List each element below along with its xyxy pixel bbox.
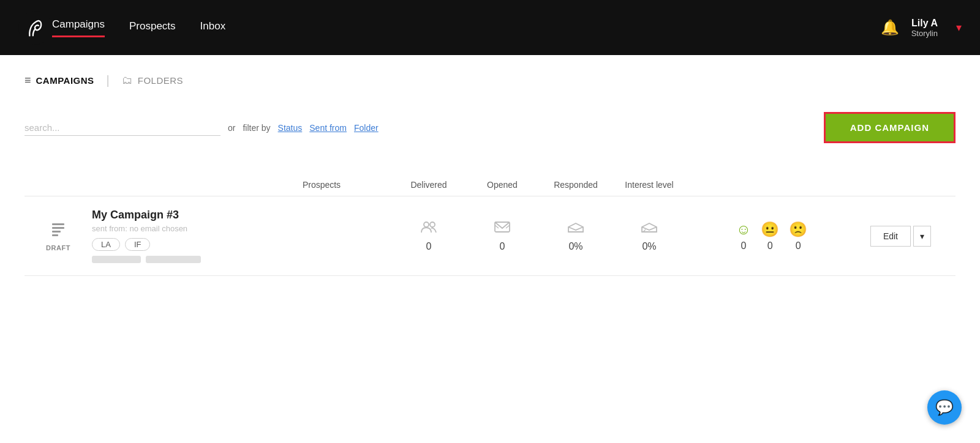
list-icon: ≡ xyxy=(24,74,31,87)
sad-icon: 🙁 xyxy=(789,221,807,238)
campaign-status: DRAFT xyxy=(31,221,86,251)
col-header-delivered: Delivered xyxy=(392,180,466,190)
interest-sad: 🙁 0 xyxy=(789,221,807,251)
filter-sent-from[interactable]: Sent from xyxy=(309,123,347,133)
campaign-dropdown-button[interactable]: ▾ xyxy=(913,226,931,247)
nav-inbox[interactable]: Inbox xyxy=(200,20,226,37)
interest-neutral: 😐 0 xyxy=(761,221,779,251)
opened-value: 0% xyxy=(568,241,582,252)
prospects-value: 0 xyxy=(426,241,432,252)
svg-point-5 xyxy=(424,222,429,227)
status-label: DRAFT xyxy=(46,244,70,251)
campaign-name: My Campaign #3 xyxy=(92,209,392,222)
svg-line-9 xyxy=(506,225,510,228)
nav-campaigns[interactable]: Campaigns xyxy=(52,18,105,37)
sad-value: 0 xyxy=(796,240,801,251)
user-dropdown-arrow[interactable]: ▾ xyxy=(956,21,962,34)
main-content: ≡ CAMPAIGNS | 🗂 FOLDERS or filter by Sta… xyxy=(0,55,980,443)
stat-prospects: 0 xyxy=(392,220,466,252)
draft-icon xyxy=(50,221,67,242)
happy-icon: ☺ xyxy=(736,221,752,238)
user-org: Storylin xyxy=(911,29,938,38)
redacted-bar-2 xyxy=(146,256,201,263)
happy-value: 0 xyxy=(741,240,747,251)
notifications-icon[interactable]: 🔔 xyxy=(881,19,899,36)
folders-label: FOLDERS xyxy=(138,75,183,86)
stat-opened: 0% xyxy=(539,220,612,252)
svg-point-6 xyxy=(430,222,435,227)
logo[interactable] xyxy=(18,11,52,45)
campaign-redacted-bars xyxy=(92,256,392,263)
redacted-bar-1 xyxy=(92,256,141,263)
campaign-sent-from: sent from: no email chosen xyxy=(92,224,392,233)
navbar-right: 🔔 Lily A Storylin ▾ xyxy=(881,18,962,38)
delivered-value: 0 xyxy=(500,241,505,252)
col-header-opened: Opened xyxy=(466,180,539,190)
neutral-value: 0 xyxy=(767,240,773,251)
nav-prospects[interactable]: Prospects xyxy=(129,20,176,37)
tag-if: IF xyxy=(125,238,151,251)
table-row: DRAFT My Campaign #3 sent from: no email… xyxy=(24,196,956,276)
responded-icon xyxy=(641,220,658,237)
campaign-info: My Campaign #3 sent from: no email chose… xyxy=(86,209,392,263)
navbar: Campaigns Prospects Inbox 🔔 Lily A Story… xyxy=(0,0,980,55)
section-divider: | xyxy=(107,73,110,87)
page-header: ≡ CAMPAIGNS | 🗂 FOLDERS xyxy=(24,73,956,94)
user-name: Lily A xyxy=(911,18,938,29)
sent-from-label: sent from: xyxy=(92,224,127,233)
edit-button[interactable]: Edit xyxy=(870,226,911,247)
filter-status[interactable]: Status xyxy=(278,123,303,133)
col-header-interest: Interest level xyxy=(612,180,686,190)
col-header-prospects: Prospects xyxy=(251,180,392,190)
prospects-icon xyxy=(420,220,437,237)
or-text: or xyxy=(228,123,235,133)
interest-happy: ☺ 0 xyxy=(736,221,752,251)
nav-links: Campaigns Prospects Inbox xyxy=(52,18,225,37)
stat-responded: 0% xyxy=(612,220,686,252)
interest-level: ☺ 0 😐 0 🙁 0 xyxy=(686,221,858,251)
folders-section[interactable]: 🗂 FOLDERS xyxy=(122,74,183,87)
opened-icon xyxy=(567,220,584,237)
responded-value: 0% xyxy=(642,241,656,252)
delivered-icon xyxy=(494,220,511,237)
svg-line-8 xyxy=(495,225,499,228)
chat-icon: 💬 xyxy=(935,399,954,416)
filter-by-text: filter by xyxy=(243,123,270,133)
svg-rect-4 xyxy=(52,234,58,236)
campaign-tags: LA IF xyxy=(92,238,392,251)
svg-rect-2 xyxy=(52,227,64,229)
chat-button[interactable]: 💬 xyxy=(927,390,962,425)
table-header: Prospects Delivered Opened Responded Int… xyxy=(24,174,956,196)
user-info: Lily A Storylin xyxy=(911,18,938,38)
sent-from-value: no email chosen xyxy=(129,224,187,233)
search-bar: or filter by Status Sent from Folder ADD… xyxy=(24,112,956,143)
folder-icon: 🗂 xyxy=(122,74,133,87)
stat-delivered: 0 xyxy=(466,220,539,252)
svg-rect-3 xyxy=(52,231,61,233)
tag-la: LA xyxy=(92,238,120,251)
campaigns-section[interactable]: ≡ CAMPAIGNS xyxy=(24,74,94,87)
neutral-icon: 😐 xyxy=(761,221,779,238)
svg-rect-1 xyxy=(52,223,64,225)
col-header-responded: Responded xyxy=(539,180,612,190)
search-input[interactable] xyxy=(24,120,221,136)
add-campaign-button[interactable]: ADD CAMPAIGN xyxy=(824,112,956,143)
campaign-actions: Edit ▾ xyxy=(858,226,943,247)
campaigns-label: CAMPAIGNS xyxy=(36,75,94,86)
filter-folder[interactable]: Folder xyxy=(354,123,379,133)
